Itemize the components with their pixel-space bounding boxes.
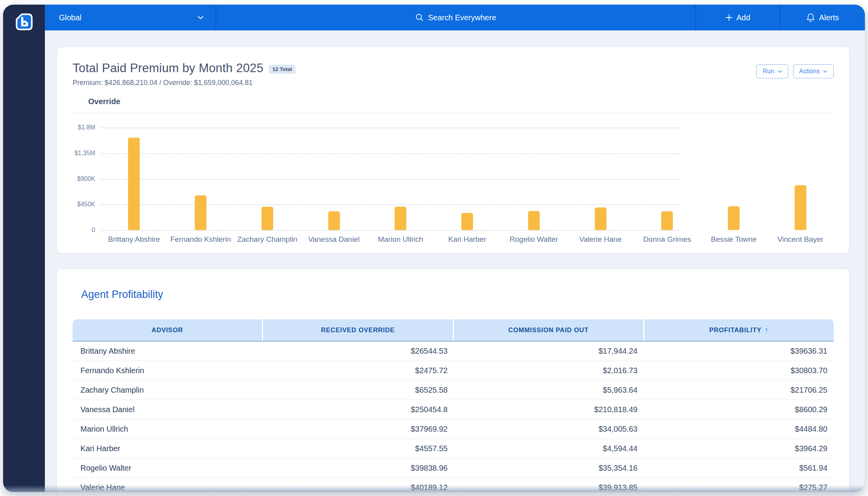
app-logo-icon	[14, 12, 34, 32]
cell-profitability: $39636.31	[644, 342, 834, 361]
cell-advisor: Vanessa Daniel	[73, 400, 264, 419]
bar-slot	[101, 128, 167, 230]
x-axis-label-brittany-abshire: Brittany Abshire	[101, 235, 167, 244]
cell-profitability: $3964.29	[644, 439, 834, 458]
cell-commission-paid-out: $4,594.44	[454, 439, 644, 458]
chevron-down-icon	[778, 70, 782, 73]
x-axis-label-zachary-champlin: Zachary Champlin	[234, 235, 301, 244]
table-row-valerie-hane[interactable]: Valerie Hane$40189.12$39,913.85$275.27	[73, 478, 834, 492]
run-button-label: Run	[763, 68, 774, 75]
bar-valerie-hane[interactable]	[595, 207, 607, 230]
cell-received-override: $26544.53	[264, 342, 454, 361]
cell-received-override: $37969.92	[264, 420, 454, 439]
column-header-profitability[interactable]: PROFITABILITY↑	[643, 319, 834, 341]
x-axis-label-vincent-bayer: Vincent Bayer	[767, 235, 834, 244]
cell-advisor: Brittany Abshire	[73, 342, 264, 361]
column-header-advisor[interactable]: ADVISOR	[73, 319, 262, 341]
cell-advisor: Marion Ullrich	[73, 420, 264, 439]
plot-area	[101, 128, 834, 230]
x-axis-label-kari-harber: Kari Harber	[434, 235, 501, 244]
cell-profitability: $4484.80	[644, 420, 834, 439]
bar-slot	[301, 128, 367, 230]
search-icon	[415, 13, 424, 22]
bar-kari-harber[interactable]	[461, 213, 473, 230]
bar-marion-ullrich[interactable]	[395, 207, 406, 230]
cell-received-override: $4557.55	[264, 439, 454, 458]
bar-fernando-kshlerin[interactable]	[195, 195, 206, 230]
search-everywhere-button[interactable]: Search Everywhere	[216, 5, 695, 30]
column-header-label: RECEIVED OVERRIDE	[321, 326, 395, 334]
y-axis: $1.8M$1.35M$900K$450K0	[73, 128, 101, 230]
section-title: Agent Profitability	[81, 289, 834, 301]
bar-slot	[634, 128, 701, 230]
table-row-zachary-champlin[interactable]: Zachary Champlin$6525.58$5,963.64$21706.…	[73, 381, 834, 400]
column-header-label: COMMISSION PAID OUT	[508, 326, 589, 334]
cell-received-override: $2475.72	[264, 361, 454, 380]
premium-override-summary: Premium: $426,868,210.04 / Override: $1,…	[73, 79, 295, 87]
cell-received-override: $250454.8	[264, 400, 454, 419]
page-title: Total Paid Premium by Month 2025	[73, 61, 263, 75]
x-axis-label-fernando-kshlerin: Fernando Kshlerin	[167, 235, 234, 244]
bar-slot	[567, 128, 634, 230]
bar-rogelio-walter[interactable]	[528, 211, 540, 230]
bar-zachary-champlin[interactable]	[261, 207, 273, 230]
sidebar	[3, 5, 45, 492]
y-axis-tick-label: $900K	[77, 175, 95, 182]
bar-vanessa-daniel[interactable]	[328, 211, 340, 230]
table-row-rogelio-walter[interactable]: Rogelio Walter$39838.96$35,354.16$561.94	[73, 459, 834, 478]
x-axis-label-valerie-hane: Valerie Hane	[567, 235, 634, 244]
table-row-kari-harber[interactable]: Kari Harber$4557.55$4,594.44$3964.29	[73, 439, 834, 459]
cell-profitability: $8600.29	[644, 400, 834, 419]
actions-button-label: Actions	[799, 68, 820, 75]
table-row-brittany-abshire[interactable]: Brittany Abshire$26544.53$17,944.24$3963…	[73, 342, 834, 361]
y-axis-tick-label: $450K	[77, 201, 95, 208]
legend-separator	[73, 113, 834, 113]
actions-button[interactable]: Actions	[793, 64, 834, 78]
cell-advisor: Valerie Hane	[73, 478, 264, 492]
bar-slot	[701, 128, 767, 230]
app-logo[interactable]	[14, 12, 34, 32]
sort-ascending-icon: ↑	[765, 326, 768, 335]
column-header-commission-paid-out[interactable]: COMMISSION PAID OUT	[453, 319, 643, 341]
override-bar-chart: $1.8M$1.35M$900K$450K0 Brittany AbshireF…	[73, 128, 834, 244]
chart-legend: Override	[88, 97, 834, 106]
bar-slot	[234, 128, 301, 230]
global-context-dropdown[interactable]: Global	[45, 5, 216, 30]
cell-advisor: Rogelio Walter	[73, 459, 264, 478]
bar-slot	[500, 128, 567, 230]
cell-profitability: $30803.70	[644, 361, 834, 380]
column-header-label: ADVISOR	[151, 326, 183, 334]
profitability-table: ADVISORRECEIVED OVERRIDECOMMISSION PAID …	[73, 319, 834, 492]
search-label: Search Everywhere	[428, 13, 496, 22]
gridline	[101, 230, 680, 231]
table-row-fernando-kshlerin[interactable]: Fernando Kshlerin$2475.72$2,016.73$30803…	[73, 361, 834, 381]
add-label: Add	[736, 13, 751, 22]
cell-commission-paid-out: $5,963.64	[454, 381, 644, 400]
x-axis-label-vanessa-daniel: Vanessa Daniel	[301, 235, 367, 244]
bell-icon	[806, 13, 815, 22]
top-navigation-bar: Global Search Everywhere Add Aler	[45, 5, 865, 30]
app-window: Global Search Everywhere Add Aler	[3, 5, 865, 492]
plus-icon	[726, 14, 733, 21]
table-row-marion-ullrich[interactable]: Marion Ullrich$37969.92$34,005.63$4484.8…	[73, 420, 834, 439]
cell-received-override: $6525.58	[264, 381, 454, 400]
chevron-down-icon	[823, 70, 827, 73]
table-row-vanessa-daniel[interactable]: Vanessa Daniel$250454.8$210,818.49$8600.…	[73, 400, 834, 420]
x-axis-label-bessie-towne: Bessie Towne	[701, 235, 767, 244]
add-button[interactable]: Add	[695, 5, 780, 30]
bars	[101, 128, 834, 230]
bar-slot	[434, 128, 501, 230]
cell-commission-paid-out: $39,913.85	[454, 478, 644, 492]
bar-slot	[367, 128, 434, 230]
cell-commission-paid-out: $17,944.24	[454, 342, 644, 361]
bar-vincent-bayer[interactable]	[795, 185, 806, 230]
table-body: Brittany Abshire$26544.53$17,944.24$3963…	[73, 342, 834, 492]
alerts-button[interactable]: Alerts	[780, 5, 865, 30]
bar-donna-grimes[interactable]	[661, 211, 673, 230]
run-button[interactable]: Run	[756, 64, 788, 78]
cell-advisor: Zachary Champlin	[73, 381, 264, 400]
bar-bessie-towne[interactable]	[728, 206, 740, 230]
x-axis-label-rogelio-walter: Rogelio Walter	[500, 235, 567, 244]
bar-brittany-abshire[interactable]	[128, 138, 140, 230]
column-header-received-override[interactable]: RECEIVED OVERRIDE	[262, 319, 452, 341]
